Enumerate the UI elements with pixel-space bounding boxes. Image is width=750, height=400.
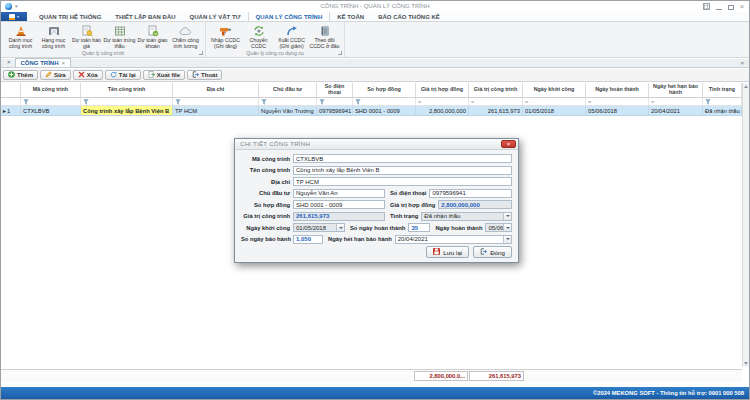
column-header-so-dien-thoai[interactable]: Số điện thoại [317, 83, 353, 97]
minimize-button[interactable] [716, 9, 722, 10]
filter-cell-ngay-het-han-bao-hanh[interactable]: = [649, 98, 703, 105]
status-bar: ©2024 MEKONG SOFT - Thông tin hỗ trợ: 09… [1, 387, 749, 399]
tinh-trang-dropdown[interactable]: Đã nhận thầu [421, 212, 512, 221]
column-header-dia-chi[interactable]: Địa chỉ [173, 83, 259, 97]
add-button-label: Thêm [17, 72, 33, 78]
ribbon-tab-ke-toan[interactable]: KẾ TOÁN [330, 12, 371, 21]
group-dialog-launcher-icon[interactable] [199, 51, 203, 55]
filter-cell-ngay-khoi-cong[interactable]: = [523, 98, 586, 105]
filter-cell-so-dien-thoai[interactable] [317, 98, 353, 105]
column-header-so-hop-dong[interactable]: Số hợp đồng [353, 83, 416, 97]
filter-cell-dia-chi[interactable] [173, 98, 259, 105]
document-tab-cong-trinh[interactable]: CÔNG TRÌNH × [15, 58, 72, 67]
filter-equals-icon: = [651, 99, 654, 105]
cell-dia-chi: TP HCM [173, 106, 259, 115]
column-header-chu-dau-tu[interactable]: Chủ đầu tư [259, 83, 317, 97]
scroll-up-icon[interactable] [744, 85, 748, 88]
field-label-ngay-het-han-bao-hanh: Ngày hết hạn bảo hành [323, 236, 395, 242]
ribbon-tab-quan-ly-vat-tu[interactable]: QUẢN LÝ VẬT TƯ [183, 12, 248, 21]
ribbon-button-xuat-ccdc[interactable]: Xuất CCDC (Ghi giảm) [275, 23, 308, 50]
filter-cell-so-hop-dong[interactable] [353, 98, 416, 105]
column-header-gia-tri-hop-dong[interactable]: Giá trị hợp đồng [416, 83, 469, 97]
ribbon-button-cham-cong-tinh-luong[interactable]: Chấm công tính lương [169, 23, 202, 50]
ribbon-tab-quan-ly-cong-trinh[interactable]: QUẢN LÝ CÔNG TRÌNH [248, 12, 331, 21]
so-ngay-bao-hanh-input[interactable] [293, 235, 323, 244]
ngay-hoan-thanh-datepicker[interactable]: 05/06/2018 [485, 223, 512, 232]
column-header-tinh-trang[interactable]: Tình trạng [703, 83, 742, 97]
ribbon-button-chuyen-ccdc[interactable]: Chuyển CCDC [242, 23, 275, 50]
ribbon-button-hang-muc-cong-trinh[interactable]: Hạng mục công trình [37, 23, 70, 50]
add-button[interactable]: Thêm [3, 70, 38, 80]
so-ngay-hoan-thanh-input[interactable] [408, 223, 430, 232]
ribbon-button-danh-muc-cong-trinh[interactable]: Danh mục công trình [4, 23, 37, 50]
chu-dau-tu-input[interactable] [293, 189, 385, 198]
ten-cong-trinh-input[interactable] [293, 166, 512, 175]
cell-ma-cong-trinh: CTXLBVB [21, 106, 81, 115]
ribbon-button-du-toan-giao-khoan[interactable]: Dự toán giao khoán [136, 23, 169, 50]
field-label-gia-tri-hop-dong: Giá trị hợp đồng [385, 202, 438, 208]
ngay-khoi-cong-datepicker[interactable]: 01/05/2018 [293, 223, 345, 232]
scroll-down-icon[interactable] [744, 362, 748, 365]
ribbon-group-quan-ly-cong-trinh: Danh mục công trình Hạng mục công trình … [1, 22, 206, 57]
ribbon-button-du-toan-trung-thau[interactable]: Dự toán trúng thầu [103, 23, 136, 50]
tab-strip-close-right-icon[interactable]: × [740, 60, 744, 66]
filter-cell-gia-tri-hop-dong[interactable]: = [416, 98, 469, 105]
ribbon-group-label-text: Quản lý công cụ dụng cụ [246, 50, 303, 56]
delete-button[interactable]: Xóa [73, 70, 103, 80]
ribbon-tab-bao-cao-thong-ke[interactable]: BÁO CÁO THỐNG KÊ [371, 12, 447, 21]
so-dien-thoai-input[interactable] [429, 189, 512, 198]
titlebar: ▾ CÔNG TRÌNH - QUẢN LÝ CÔNG TRÌNH × [1, 1, 749, 12]
grid-toolbar: Thêm Sửa Xóa Tải lại Xuất file Thoát [1, 69, 749, 82]
ribbon-tab-quan-tri-he-thong[interactable]: QUẢN TRỊ HỆ THỐNG [32, 12, 108, 21]
tab-strip-close-icon[interactable]: × [7, 58, 11, 66]
restore-button[interactable] [728, 5, 734, 10]
save-button[interactable]: Lưu lại [426, 246, 469, 258]
column-header-ma-cong-trinh[interactable]: Mã công trình [21, 83, 81, 97]
gia-tri-hop-dong-input[interactable] [438, 200, 512, 209]
ribbon-button-theo-doi-ccdc[interactable]: Theo dõi CCDC ở đâu [308, 23, 341, 50]
vertical-scrollbar[interactable] [742, 83, 749, 367]
so-hop-dong-input[interactable] [293, 200, 385, 209]
column-header-ngay-khoi-cong[interactable]: Ngày khởi công [523, 83, 586, 97]
ma-cong-trinh-input[interactable] [293, 154, 512, 163]
column-header-ten-cong-trinh[interactable]: Tên công trình [81, 83, 173, 97]
document-tab-close-icon[interactable]: × [62, 60, 66, 66]
ribbon-tab-thiet-lap-ban-dau[interactable]: THIẾT LẬP BAN ĐẦU [108, 12, 182, 21]
edit-button[interactable]: Sửa [40, 70, 71, 80]
column-header-gia-tri-cong-trinh[interactable]: Giá trị công trình [469, 83, 523, 97]
ngay-het-han-bao-hanh-value: 20/04/2021 [398, 236, 503, 242]
exit-icon [192, 71, 199, 79]
chevron-down-icon[interactable] [503, 224, 511, 231]
filter-cell-gia-tri-cong-trinh[interactable]: = [469, 98, 523, 105]
chevron-down-icon[interactable] [503, 236, 511, 243]
ribbon-tab-bar: ▾ QUẢN TRỊ HỆ THỐNG THIẾT LẬP BAN ĐẦU QU… [1, 12, 749, 22]
field-label-tinh-trang: Tình trạng [385, 213, 421, 219]
column-header-ngay-hoan-thanh[interactable]: Ngày hoàn thành [586, 83, 649, 97]
ribbon-button-du-toan-bao-gia[interactable]: Dự toán báo giá [70, 23, 103, 50]
ledger-icon [319, 24, 331, 37]
ribbon-group-label-text: Quản lý công trình [82, 50, 124, 56]
reload-button[interactable]: Tải lại [105, 70, 141, 80]
filter-cell-tinh-trang[interactable] [703, 98, 742, 105]
column-header-ngay-het-han-bao-hanh[interactable]: Ngày hết hạn bảo hành [649, 83, 703, 97]
table-row[interactable]: ▸1 CTXLBVB Công trình xây lắp Bệnh Viện … [1, 106, 742, 116]
dia-chi-input[interactable] [293, 177, 512, 186]
close-button[interactable]: × [740, 2, 744, 11]
app-menu-button[interactable]: ▾ [1, 12, 27, 21]
chevron-down-icon[interactable] [336, 224, 344, 231]
dialog-close-action-button[interactable]: Đóng [473, 246, 512, 258]
filter-cell-ngay-hoan-thanh[interactable]: = [586, 98, 649, 105]
gia-tri-cong-trinh-input[interactable] [293, 212, 385, 221]
export-file-button[interactable]: Xuất file [143, 70, 185, 80]
exit-button[interactable]: Thoát [187, 70, 222, 80]
group-dialog-launcher-icon[interactable] [338, 51, 342, 55]
filter-cell-chu-dau-tu[interactable] [259, 98, 317, 105]
filter-cell-ma-cong-trinh[interactable] [21, 98, 81, 105]
ngay-het-han-bao-hanh-datepicker[interactable]: 20/04/2021 [395, 235, 512, 244]
style-selector-button[interactable] [703, 3, 710, 10]
filter-funnel-icon [355, 99, 361, 105]
chevron-down-icon[interactable] [503, 213, 511, 220]
ribbon-button-nhap-ccdc[interactable]: Nhập CCDC (Ghi tăng) [209, 23, 242, 50]
filter-cell-ten-cong-trinh[interactable] [81, 98, 173, 105]
dialog-close-button[interactable]: × [501, 140, 516, 148]
